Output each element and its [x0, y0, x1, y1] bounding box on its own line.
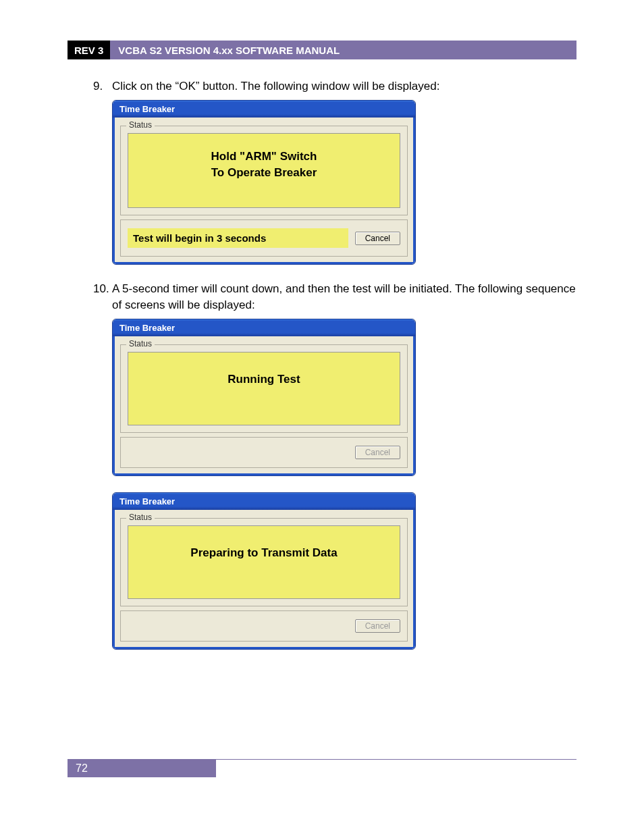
- step-10: 10. A 5-second timer will count down, an…: [93, 281, 576, 313]
- cancel-button[interactable]: Cancel: [355, 232, 400, 245]
- status-fieldset: Status Hold "ARM" Switch To Operate Brea…: [120, 126, 408, 216]
- dialog-bottom-row: Test will begin in 3 seconds Cancel: [120, 219, 408, 257]
- dialog-titlebar: Time Breaker: [113, 101, 415, 118]
- page-number: 72: [68, 760, 216, 777]
- dialog-time-breaker-2: Time Breaker Status Running Test Cancel: [112, 319, 416, 476]
- dialog-titlebar: Time Breaker: [113, 319, 415, 336]
- fieldset-legend: Status: [126, 339, 155, 348]
- fieldset-legend: Status: [126, 513, 155, 522]
- status-fieldset: Status Preparing to Transmit Data: [120, 518, 408, 606]
- fieldset-legend: Status: [126, 120, 155, 130]
- status-message-panel: Running Test: [128, 352, 400, 425]
- step-number: 9.: [93, 78, 112, 95]
- status-message-panel: Hold "ARM" Switch To Operate Breaker: [128, 133, 400, 209]
- cancel-button[interactable]: Cancel: [355, 619, 400, 633]
- cancel-button[interactable]: Cancel: [355, 446, 400, 459]
- dialog-titlebar: Time Breaker: [113, 493, 415, 510]
- status-message: Running Test: [134, 371, 394, 388]
- status-message: Preparing to Transmit Data: [134, 545, 394, 561]
- header-rev: REV 3: [68, 41, 110, 59]
- dialog-time-breaker-1: Time Breaker Status Hold "ARM" Switch To…: [112, 100, 416, 265]
- status-message-panel: Preparing to Transmit Data: [128, 525, 400, 599]
- status-fieldset: Status Running Test: [120, 344, 408, 433]
- page-header: REV 3 VCBA S2 VERSION 4.xx SOFTWARE MANU…: [68, 41, 576, 59]
- step-9: 9. Click on the “OK” button. The followi…: [93, 78, 576, 95]
- status-line-2: To Operate Breaker: [134, 165, 394, 181]
- countdown-text: Test will begin in 3 seconds: [128, 228, 348, 248]
- page-footer: 72: [68, 759, 576, 777]
- dialog-bottom-row: Cancel: [120, 437, 408, 468]
- header-title: VCBA S2 VERSION 4.xx SOFTWARE MANUAL: [110, 41, 576, 59]
- dialog-bottom-row: Cancel: [120, 610, 408, 642]
- step-text: Click on the “OK” button. The following …: [112, 78, 576, 95]
- step-number: 10.: [93, 281, 112, 313]
- status-line-1: Hold "ARM" Switch: [134, 149, 394, 165]
- dialog-time-breaker-3: Time Breaker Status Preparing to Transmi…: [112, 492, 416, 650]
- step-text: A 5-second timer will count down, and th…: [112, 281, 576, 313]
